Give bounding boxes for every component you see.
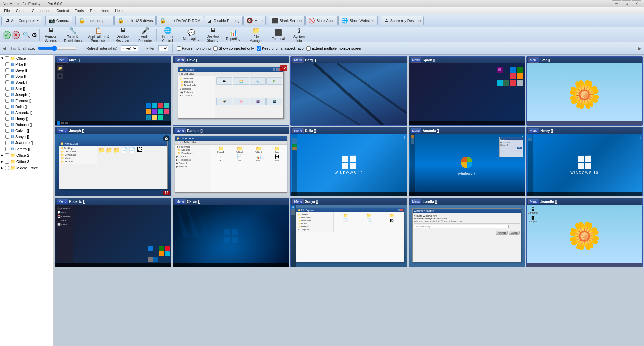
computer-card-jeanette[interactable]: Menu Jeanette [] 🌼 🖥Computer 🗑Recycle [526,198,643,267]
share-desktop-button[interactable]: 🖥 Share my Desktop [381,16,424,25]
menu-button[interactable]: Menu [175,128,186,133]
tools-restrictions-button[interactable]: 🔧 Tools &Restrictions [61,25,85,44]
reporting-button[interactable]: 📊 Reporting [223,27,244,42]
sidebar-office-group[interactable]: ▼ 📁 Office [0,55,53,61]
menu-button[interactable]: Menu [411,128,422,133]
computer-card-earnest[interactable]: Menu Earnest [] 📁 Documents ← → ↑ Addres… [173,127,289,196]
sidebar-office3-group[interactable]: ▶ 📁 Office 3 [0,158,53,165]
calvin-checkbox[interactable] [5,129,9,133]
remote-screens-button[interactable]: 🖥 RemoteScreens [41,25,61,44]
computer-card-borg[interactable]: Menu Borg [] [290,56,407,126]
pause-monitoring-check[interactable]: Pause monitoring [177,46,211,51]
computer-card-calvin[interactable]: Menu Calvin [] [173,198,289,267]
henry-checkbox[interactable] [5,117,9,121]
system-info-button[interactable]: ℹ SystemInfo [289,25,309,44]
file-manager-button[interactable]: 📁 FileManager [246,25,266,44]
filter-select[interactable]: / [158,45,168,51]
add-computer-button[interactable]: 🖥 Add Computer ▼ [1,16,42,25]
sidebar-item-amanda[interactable]: 🖥 Amanda [] [0,110,53,116]
computer-card-spark[interactable]: Menu Spark [] [409,56,525,126]
settings-icon[interactable]: ⚙ [32,31,37,39]
next-icon[interactable]: ▶ [638,46,641,51]
lock-computer-button[interactable]: 🔒 Lock computer [75,16,114,25]
menu-button[interactable]: Menu [292,57,304,63]
thumbnail-size-slider[interactable] [38,46,78,51]
menu-restrictions[interactable]: Restrictions [87,8,112,13]
mute-button[interactable]: 🔇 Mute [243,16,265,25]
menu-connection[interactable]: Connection [29,8,53,13]
menu-file[interactable]: File [1,8,13,13]
earnest-checkbox[interactable] [5,99,9,103]
maximize-button[interactable]: □ [622,0,631,7]
menu-button[interactable]: Menu [411,57,422,63]
office3-checkbox[interactable] [5,160,9,164]
sidebar-item-joseph[interactable]: 🖥 Joseph [] [0,92,53,98]
refresh-select[interactable]: (live) 1 5 [121,45,138,51]
computer-card-mike[interactable]: Menu Mike [] [55,56,171,126]
computer-card-della[interactable]: Menu Della [] ℹ WINDOWS 10 [290,127,407,196]
camera-button[interactable]: 📷 Camera [45,16,72,25]
sidebar-item-earnest[interactable]: 🖥 Earnest [] [0,98,53,104]
middle-office-checkbox[interactable] [5,166,9,170]
computer-card-amanda[interactable]: Menu Amanda [] ℹ Win [409,127,525,196]
computer-card-henry[interactable]: Menu Henry [] ℹ WINDOWS 10 [526,127,643,196]
menu-button[interactable]: Menu [57,57,68,63]
star-checkbox[interactable] [5,86,9,91]
office-checkbox[interactable] [5,56,9,60]
mike-checkbox[interactable] [5,62,9,66]
minimize-button[interactable]: ─ [612,0,621,7]
sidebar-item-loretta[interactable]: 🖥 Loretta [] [0,146,53,152]
dave-checkbox[interactable] [5,68,9,72]
connected-checkbox[interactable] [213,46,218,51]
roberto-checkbox[interactable] [5,123,9,127]
internet-control-button[interactable]: 🌐 InternetControl [158,25,178,44]
sidebar-item-borg[interactable]: 🖥 Borg [] [0,73,53,79]
computer-card-loretta[interactable]: Menu Loretta [] Windows Activation Activ… [409,198,525,267]
della-checkbox[interactable] [5,105,9,109]
menu-button[interactable]: Menu [528,128,539,133]
computer-card-sonya[interactable]: Menu Sonya [] ⊞ [290,198,407,267]
sidebar-item-della[interactable]: 🖥 Della [] [0,104,53,110]
sidebar-item-henry[interactable]: 🖥 Henry [] [0,116,53,122]
show-connected-check[interactable]: Show connected only [213,46,254,51]
sidebar-item-dave[interactable]: 🖥 Dave [] [0,67,53,73]
menu-button[interactable]: Menu [57,199,68,204]
messaging-button[interactable]: 💬 Messaging [180,27,202,42]
blank-screen-button[interactable]: ⬛ Blank Screen [269,16,305,25]
menu-button[interactable]: Menu [175,57,186,63]
close-button[interactable]: ✕ [632,0,641,7]
desktop-recorder-button[interactable]: 🖥 DesktopRecorder [113,25,133,44]
sidebar-item-star[interactable]: 🖥 Star [] [0,85,53,92]
pause-checkbox[interactable] [177,46,181,51]
sonya-checkbox[interactable] [5,135,9,139]
cancel-dialog-button[interactable]: Cancel [509,231,520,235]
computer-card-roberto[interactable]: Menu Roberto [] 👤 [55,198,171,267]
office2-checkbox[interactable] [5,153,9,157]
block-websites-button[interactable]: 🌐 Block Websites [338,16,378,25]
borg-checkbox[interactable] [5,74,9,78]
aspect-checkbox[interactable] [257,46,261,51]
audio-recorder-button[interactable]: 🎤 AudioRecorder [135,25,155,44]
amanda-checkbox[interactable] [5,111,9,115]
applications-button[interactable]: 📋 Applications &Processes [85,25,112,44]
sidebar-office2-group[interactable]: ▶ 📁 Office 2 [0,152,53,158]
computer-card-dave[interactable]: Menu Dave [] 📁 Pictures [173,56,289,126]
activation-input[interactable] [414,225,509,228]
disable-printing-button[interactable]: 🖨 Disable Printing [204,16,243,25]
prev-icon[interactable]: ◀ [3,46,6,51]
extend-monitor-check[interactable]: Extend multiple monitor screen [306,46,362,51]
joseph-checkbox[interactable] [5,93,9,97]
sidebar-item-sonya[interactable]: 🖥 Sonya [] [0,134,53,140]
desktop-sharing-button[interactable]: 🖥 DesktopSharing [203,25,223,44]
activate-button[interactable]: Activate [496,231,508,235]
loretta-checkbox[interactable] [5,147,9,151]
sidebar-middle-office-group[interactable]: ▶ 📁 Middle Office [0,165,53,171]
menu-button[interactable]: Menu [528,199,539,204]
sidebar-item-calvin[interactable]: 🖥 Calvin [] [0,128,53,134]
spark-checkbox[interactable] [5,80,9,84]
menu-button[interactable]: Menu [292,128,304,133]
sidebar-item-mike[interactable]: 🖥 Mike [] [0,61,53,67]
lock-dvd-button[interactable]: 🔒 Lock DVD/CD-ROM [156,16,203,25]
menu-help[interactable]: Help [112,8,125,13]
menu-context[interactable]: Context [54,8,72,13]
